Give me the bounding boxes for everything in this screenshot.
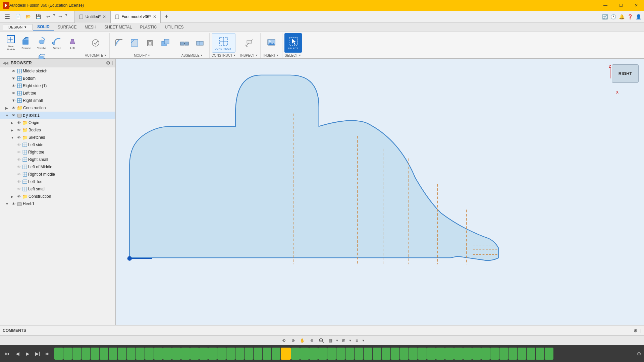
tab-solid[interactable]: SOLID (33, 24, 54, 31)
timeline-item-3[interactable] (72, 348, 81, 360)
visibility-icon-right-small-top[interactable]: 👁 (11, 98, 16, 103)
arrow-heel[interactable]: ▼ (5, 202, 10, 206)
arrow-zy-axis[interactable]: ▼ (5, 114, 10, 117)
assemble-section-label[interactable]: ASSEMBLE ▼ (181, 53, 203, 58)
measure-button[interactable] (240, 33, 258, 53)
tree-item-middle-sketch[interactable]: 👁 Middle sketch (0, 67, 115, 75)
visibility-icon-sketches[interactable]: 👁 (16, 135, 21, 140)
timeline-item-54[interactable] (545, 348, 553, 360)
timeline-item-25[interactable] (272, 348, 280, 360)
timeline-item-16[interactable] (190, 348, 199, 360)
visibility-icon-right-side-1[interactable]: 👁 (11, 83, 16, 88)
insert-image-button[interactable] (263, 33, 280, 53)
timeline-item-11[interactable] (145, 348, 154, 360)
timeline-item-34[interactable] (364, 348, 372, 360)
tree-item-construction-zy[interactable]: ▶ 👁 📁 Construction (0, 193, 115, 200)
zoom-in-button[interactable]: ⊕ (308, 336, 316, 345)
visibility-icon-middle-sketch[interactable]: 👁 (11, 68, 16, 74)
revolve-button[interactable]: Revolve (34, 33, 49, 52)
timeline-item-15[interactable] (181, 348, 190, 360)
visibility-icon-left-of-middle[interactable]: 👁 (16, 164, 21, 170)
timeline-item-26[interactable] (291, 348, 300, 360)
visibility-icon-heel[interactable]: 👁 (11, 201, 16, 206)
timeline-item-38[interactable] (400, 348, 409, 360)
timeline-item-30[interactable] (327, 348, 336, 360)
pan-button[interactable]: ✋ (298, 336, 307, 345)
timeline-item-42[interactable] (436, 348, 445, 360)
extrude-button[interactable]: Extrude (19, 33, 34, 52)
new-tab-button[interactable]: + (162, 12, 171, 21)
timeline-item-17[interactable] (199, 348, 208, 360)
visibility-icon-origin[interactable]: 👁 (16, 120, 21, 125)
new-file-button[interactable]: 📄 (13, 13, 23, 20)
modify-chamfer-button[interactable] (127, 33, 142, 53)
visibility-icon-right-of-middle[interactable]: 👁 (16, 172, 21, 177)
timeline-item-53[interactable] (536, 348, 544, 360)
visibility-icon-bodies[interactable]: 👁 (16, 127, 21, 133)
new-sketch-button[interactable]: New Sketch (3, 33, 18, 52)
refresh-icon[interactable]: 🔄 (602, 14, 608, 19)
visibility-icon-bottom[interactable]: 👁 (11, 76, 16, 81)
tab-foot-model[interactable]: Foot model v36* ✕ (110, 11, 160, 23)
timeline-play-button[interactable]: ▶ (23, 349, 32, 358)
viewcube[interactable]: RIGHT Z X (608, 64, 639, 95)
tree-item-right-side-1[interactable]: 👁 Right side (1) (0, 82, 115, 89)
construct-section-label[interactable]: CONSTRUCT ▼ (212, 53, 236, 58)
timeline-item-2[interactable] (63, 348, 72, 360)
timeline-item-21[interactable] (235, 348, 244, 360)
zoom-extent-button[interactable] (317, 336, 326, 345)
automate-button[interactable] (87, 33, 104, 53)
timeline-item-46[interactable] (472, 348, 481, 360)
tree-item-right-of-middle[interactable]: 👁 Right of middle (0, 171, 115, 178)
tab-foot-model-close[interactable]: ✕ (153, 14, 156, 19)
sidebar-settings-button[interactable]: ⚙ (106, 60, 110, 66)
timeline-item-47[interactable] (481, 348, 490, 360)
timeline-item-31[interactable] (336, 348, 345, 360)
timeline-item-39[interactable] (409, 348, 418, 360)
timeline-item-14[interactable] (172, 348, 181, 360)
tree-item-left-small[interactable]: 👁 Left small (0, 185, 115, 193)
display-dropdown[interactable]: ▦ (326, 336, 335, 345)
timeline-settings-button[interactable]: ⚙ (637, 351, 641, 357)
tree-item-right-small-top[interactable]: 👁 Right small (0, 97, 115, 104)
timeline-item-44[interactable] (454, 348, 463, 360)
timeline-item-5[interactable] (91, 348, 99, 360)
tab-utilities[interactable]: UTILITIES (161, 24, 187, 30)
loft-button[interactable]: Loft (65, 33, 80, 52)
timeline-item-19[interactable] (217, 348, 226, 360)
more-caret[interactable]: ▼ (362, 339, 365, 342)
visibility-icon-right-toe[interactable]: 👁 (16, 149, 21, 155)
visibility-icon-left-toe-sketch[interactable]: 👁 (16, 179, 21, 184)
timeline-item-50[interactable] (508, 348, 517, 360)
app-menu-button[interactable]: ☰ (3, 12, 12, 21)
modify-shell-button[interactable] (143, 33, 157, 53)
timeline-item-20[interactable] (226, 348, 235, 360)
viewcube-right-face[interactable]: RIGHT (612, 64, 639, 83)
tree-item-left-toe-sketch[interactable]: 👁 Left Toe (0, 178, 115, 185)
visibility-icon-left-side[interactable]: 👁 (16, 142, 21, 147)
arrow-origin[interactable]: ▶ (11, 121, 15, 125)
history-icon[interactable]: 🕐 (610, 14, 616, 19)
insert-section-label[interactable]: INSERT ▼ (263, 53, 279, 58)
select-section-label[interactable]: SELECT ▼ (285, 53, 301, 58)
timeline-prev-button[interactable]: ◀ (13, 349, 22, 358)
arrow-construction-zy[interactable]: ▶ (11, 195, 15, 198)
sidebar-pin-button[interactable]: | (112, 61, 113, 65)
timeline-item-4[interactable] (82, 348, 90, 360)
timeline-item-45[interactable] (463, 348, 472, 360)
timeline-item-41[interactable] (427, 348, 436, 360)
inspect-section-label[interactable]: INSPECT ▼ (240, 53, 258, 58)
account-icon[interactable]: 👤 (636, 14, 641, 19)
timeline-item-7[interactable] (109, 348, 117, 360)
tree-item-sketches[interactable]: ▼ 👁 📁 Sketches (0, 134, 115, 141)
visibility-icon-right-small-sketch[interactable]: 👁 (16, 157, 21, 162)
visibility-icon-left-toe[interactable]: 👁 (11, 90, 16, 96)
tab-untitled-close[interactable]: ✕ (103, 14, 106, 19)
comments-pin-button[interactable]: | (640, 328, 641, 333)
notification-icon[interactable]: 🔔 (619, 14, 625, 19)
timeline-item-36[interactable] (382, 348, 390, 360)
timeline-next-button[interactable]: ▶| (33, 349, 42, 358)
as-built-joint-button[interactable] (193, 33, 207, 53)
open-file-button[interactable]: 📂 (23, 13, 33, 20)
look-at-button[interactable]: ⊕ (289, 336, 298, 345)
